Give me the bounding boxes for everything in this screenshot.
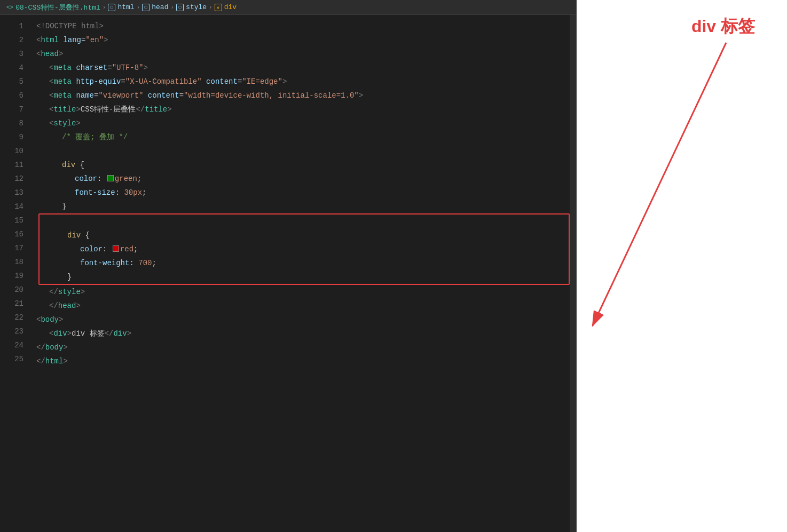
breadcrumb-sep-1: › — [103, 4, 106, 11]
code-line-10 — [36, 144, 570, 158]
code-line-18: font-weight: 700; — [42, 256, 564, 270]
token: </ — [49, 285, 58, 299]
token: } — [62, 200, 66, 213]
breadcrumb-html: ⬡ html — [108, 3, 134, 11]
code-line-14: } — [36, 200, 570, 213]
line-num-9: 9 — [11, 130, 23, 144]
annotation-arrow — [577, 0, 787, 532]
token: /* 覆盖; 叠加 */ — [62, 130, 128, 144]
token: < — [49, 102, 53, 116]
token: ; — [142, 186, 146, 200]
token: meta — [53, 75, 72, 89]
token: ; — [137, 172, 141, 186]
line-num-12: 12 — [11, 172, 23, 186]
code-line-17: color: red; — [42, 242, 564, 256]
token: content — [143, 89, 179, 102]
token: > — [59, 47, 63, 61]
breadcrumb-div: ✿ div — [215, 3, 237, 11]
code-line-4: <meta charset="UTF-8"> — [36, 61, 570, 75]
token: 700 — [138, 256, 152, 270]
code-line-16: div { — [42, 228, 564, 242]
token: { — [81, 228, 90, 242]
line-numbers: 1 2 3 4 5 6 7 8 9 10 11 12 13 14 15 16 1… — [0, 15, 32, 532]
token: "UTF-8" — [112, 61, 144, 75]
code-line-22: <body> — [36, 313, 570, 327]
token: > — [104, 33, 108, 47]
line-num-24: 24 — [11, 338, 23, 352]
token: = — [81, 33, 85, 47]
token: style — [53, 116, 76, 130]
token: meta — [53, 61, 72, 75]
token: meta — [53, 89, 72, 102]
token: "viewport" — [98, 89, 143, 102]
token: < — [49, 89, 53, 102]
token: = — [107, 61, 112, 75]
token: ; — [133, 242, 138, 256]
line-num-11: 11 — [11, 158, 23, 172]
code-line-9: /* 覆盖; 叠加 */ — [36, 130, 570, 144]
token: "en" — [85, 33, 104, 47]
code-line-25: </html> — [36, 354, 570, 368]
token: > — [67, 327, 72, 340]
token: div — [67, 228, 81, 242]
line-num-20: 20 — [11, 283, 23, 297]
line-num-13: 13 — [11, 186, 23, 200]
token: < — [36, 33, 41, 47]
line-num-17: 17 — [11, 241, 23, 255]
token: name — [72, 89, 94, 102]
line-num-16: 16 — [11, 227, 23, 241]
line-num-14: 14 — [11, 200, 23, 213]
token: > — [63, 340, 67, 354]
token: style — [58, 285, 81, 299]
line-num-15: 15 — [11, 213, 23, 227]
code-line-6: <meta name="viewport" content="width=dev… — [36, 89, 570, 102]
highlight-block: div { color: red; font-weight: 700; } — [38, 213, 570, 285]
line-num-2: 2 — [11, 33, 23, 47]
line-num-25: 25 — [11, 352, 23, 366]
line-num-1: 1 — [11, 19, 23, 33]
code-line-1: <!DOCTYPE html> — [36, 19, 570, 33]
svg-line-1 — [593, 43, 726, 325]
token: font-size — [75, 186, 115, 200]
token: > — [282, 75, 287, 89]
code-line-8: <style> — [36, 116, 570, 130]
token: div — [53, 327, 67, 340]
code-line-13: font-size: 30px; — [36, 186, 570, 200]
line-num-10: 10 — [11, 144, 23, 158]
token: : — [129, 256, 138, 270]
breadcrumb-sep-2: › — [137, 4, 140, 11]
token: div 标签 — [72, 327, 105, 340]
right-panel: div 标签 — [577, 0, 787, 532]
token: = — [238, 75, 242, 89]
token: div — [62, 158, 75, 172]
token: body — [45, 340, 64, 354]
line-num-3: 3 — [11, 47, 23, 61]
token: > — [143, 61, 147, 75]
scrollbar-track[interactable] — [570, 15, 576, 532]
token: > — [76, 116, 80, 130]
code-line-7: <title>CSS特性-层叠性</title> — [36, 102, 570, 116]
token: head — [41, 47, 59, 61]
code-line-20: </style> — [36, 285, 570, 299]
token: > — [76, 102, 80, 116]
breadcrumb-sep-3: › — [170, 4, 174, 11]
code-line-23: <div>div 标签</div> — [36, 327, 570, 340]
code-line-15 — [42, 215, 564, 228]
color-swatch-green — [107, 175, 114, 181]
token: = — [121, 75, 125, 89]
code-line-19: } — [42, 270, 564, 284]
token: color — [80, 242, 103, 256]
token: > — [76, 299, 80, 313]
token: </ — [36, 354, 45, 368]
token: </ — [36, 340, 45, 354]
token: > — [81, 285, 85, 299]
line-num-21: 21 — [11, 297, 23, 311]
token: 30px — [124, 186, 142, 200]
line-num-7: 7 — [11, 102, 23, 116]
token: : — [115, 186, 124, 200]
breadcrumb-style: ⬡ style — [176, 3, 207, 11]
token: "X-UA-Compatible" — [125, 75, 202, 89]
line-num-19: 19 — [11, 269, 23, 283]
token: = — [94, 89, 98, 102]
token: : — [103, 242, 112, 256]
